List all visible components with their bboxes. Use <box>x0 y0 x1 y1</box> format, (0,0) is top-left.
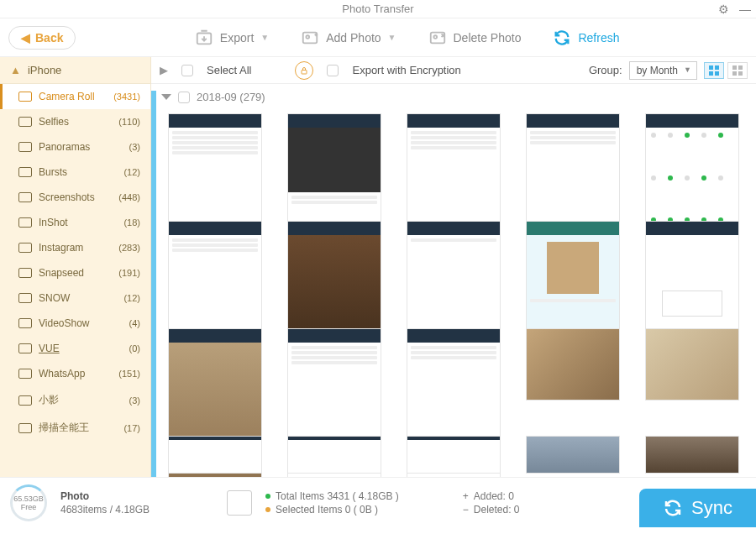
lock-icon[interactable] <box>295 61 313 80</box>
sidebar-item[interactable]: Bursts(12) <box>0 160 150 185</box>
eject-icon: ▲ <box>10 64 21 76</box>
svg-rect-5 <box>302 70 307 74</box>
settings-icon[interactable]: ⚙ <box>718 3 729 16</box>
add-photo-icon <box>301 29 319 47</box>
album-icon <box>18 117 32 127</box>
export-button[interactable]: Export ▼ <box>195 29 269 47</box>
encryption-checkbox[interactable] <box>327 65 339 76</box>
sidebar-item[interactable]: WhatsApp(151) <box>0 361 150 386</box>
sync-icon <box>663 498 683 518</box>
sidebar-item[interactable]: Selfies(110) <box>0 109 150 134</box>
album-icon <box>18 142 32 152</box>
sidebar-item-label: 掃描全能王 <box>39 421 89 435</box>
sidebar-item[interactable]: Panoramas(3) <box>0 134 150 160</box>
sidebar-item-label: InShot <box>39 217 68 228</box>
content-toolbar: ▶ Select All Export with Encryption Grou… <box>151 57 756 84</box>
svg-rect-8 <box>709 71 713 76</box>
sidebar-item[interactable]: 掃描全能王(17) <box>0 414 150 442</box>
footer: 65.53GB Free Photo 4683items / 4.18GB To… <box>0 477 756 527</box>
sync-button[interactable]: Sync <box>639 489 756 527</box>
export-icon <box>195 29 213 47</box>
album-icon <box>18 423 32 433</box>
refresh-button[interactable]: Refresh <box>553 29 619 47</box>
toolbar: ◀ Back Export ▼ Add Photo ▼ Delete Photo… <box>0 18 756 57</box>
add-photo-button[interactable]: Add Photo ▼ <box>301 29 396 47</box>
sidebar-item-count: (12) <box>123 167 140 177</box>
delete-photo-button[interactable]: Delete Photo <box>428 29 522 47</box>
sidebar-item-count: (12) <box>123 293 140 303</box>
sidebar-item[interactable]: Snapseed(191) <box>0 260 150 285</box>
selection-stats: Total Items 3431 ( 4.18GB ) Selected Ite… <box>265 490 399 516</box>
sidebar-item[interactable]: Instagram(283) <box>0 235 150 260</box>
svg-rect-11 <box>738 65 743 70</box>
sidebar-item-count: (17) <box>123 423 140 433</box>
sidebar-item-label: Bursts <box>39 166 67 178</box>
encryption-label: Export with Encryption <box>352 64 460 76</box>
sidebar-item-label: Panoramas <box>39 141 90 153</box>
select-all-checkbox[interactable] <box>181 65 193 76</box>
chevron-down-icon: ▼ <box>260 33 269 42</box>
date-group-header[interactable]: 2018-09 (279) <box>151 84 756 110</box>
deleted-count: Deleted: 0 <box>474 504 520 516</box>
sidebar: ▲ iPhone Camera Roll(3431)Selfies(110)Pa… <box>0 57 151 477</box>
minimize-icon[interactable]: — <box>739 3 751 16</box>
refresh-label: Refresh <box>578 31 619 44</box>
svg-rect-12 <box>732 71 737 76</box>
select-all-label: Select All <box>207 64 251 76</box>
album-icon <box>18 167 32 177</box>
scroll-indicator <box>151 91 156 477</box>
selected-items: Selected Items 0 ( 0B ) <box>276 504 378 516</box>
list-icon <box>227 490 252 516</box>
svg-rect-9 <box>715 71 719 76</box>
sidebar-item-count: (3431) <box>113 92 140 102</box>
dot-icon <box>265 494 270 499</box>
album-icon <box>18 268 32 278</box>
export-label: Export <box>220 31 254 44</box>
sidebar-item-label: Instagram <box>39 242 83 254</box>
photo-thumb[interactable] <box>287 436 381 474</box>
photo-thumb[interactable] <box>645 328 739 400</box>
album-icon <box>18 243 32 253</box>
added-count: Added: 0 <box>474 490 514 502</box>
play-icon[interactable]: ▶ <box>160 64 168 76</box>
photo-thumb[interactable] <box>407 436 501 474</box>
photo-thumb[interactable] <box>526 328 620 400</box>
sidebar-item[interactable]: Screenshots(448) <box>0 185 150 210</box>
sidebar-item[interactable]: VideoShow(4) <box>0 311 150 336</box>
sidebar-item[interactable]: 小影(3) <box>0 386 150 414</box>
album-icon <box>18 369 32 379</box>
group-select[interactable]: by Month ▼ <box>629 61 697 80</box>
date-group-label: 2018-09 (279) <box>197 91 265 103</box>
sidebar-item-count: (4) <box>129 318 140 328</box>
photo-label: Photo <box>60 490 150 502</box>
group-checkbox[interactable] <box>178 92 190 103</box>
sidebar-item[interactable]: Camera Roll(3431) <box>0 84 150 109</box>
sidebar-item[interactable]: SNOW(12) <box>0 285 150 311</box>
group-controls: Group: by Month ▼ <box>589 61 748 80</box>
sidebar-item[interactable]: InShot(18) <box>0 210 150 235</box>
grid-view-button[interactable] <box>704 62 724 79</box>
storage-free-label: Free <box>21 503 37 511</box>
group-value: by Month <box>637 65 678 76</box>
sidebar-item-count: (191) <box>118 268 140 278</box>
sidebar-item[interactable]: VUE(0) <box>0 336 150 361</box>
sidebar-item-label: VideoShow <box>39 317 90 329</box>
list-view-button[interactable] <box>727 62 748 79</box>
sidebar-item-count: (3) <box>129 395 140 406</box>
sidebar-device-header[interactable]: ▲ iPhone <box>0 57 150 84</box>
photo-thumb[interactable] <box>526 436 620 474</box>
chevron-down-icon: ▼ <box>388 33 396 42</box>
svg-rect-7 <box>715 65 719 70</box>
back-arrow-icon: ◀ <box>21 31 30 44</box>
photo-thumb[interactable] <box>168 436 262 474</box>
plus-icon: + <box>463 490 469 502</box>
album-icon <box>18 217 32 228</box>
refresh-icon <box>553 29 571 47</box>
sidebar-item-count: (0) <box>129 343 140 353</box>
back-button[interactable]: ◀ Back <box>8 26 76 50</box>
photo-thumb[interactable] <box>645 436 739 474</box>
album-icon <box>18 343 32 353</box>
sidebar-item-label: Camera Roll <box>39 91 95 102</box>
content-panel: ▶ Select All Export with Encryption Grou… <box>151 57 756 477</box>
sidebar-item-count: (18) <box>123 217 140 228</box>
